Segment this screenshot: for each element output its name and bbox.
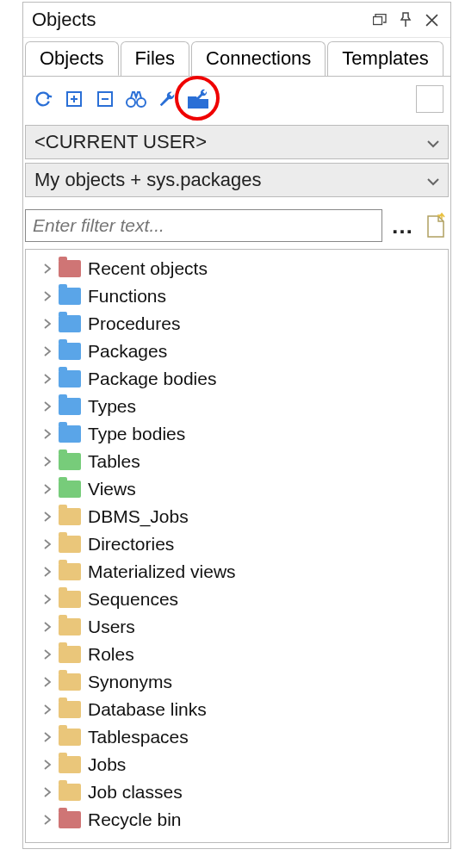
collapse-button[interactable] — [90, 84, 120, 114]
folder-icon — [59, 453, 81, 470]
expand-arrow-icon[interactable] — [41, 373, 53, 385]
tree-node-label: Package bodies — [88, 369, 216, 389]
folder-icon — [59, 370, 81, 388]
tree-node-label: Tables — [88, 451, 140, 472]
tree-node[interactable]: Type bodies — [26, 420, 448, 448]
wrench-folder-button[interactable] — [183, 84, 213, 114]
scope-selector[interactable]: My objects + sys.packages — [25, 163, 449, 197]
toolbar — [23, 76, 450, 121]
tree-node-label: Job classes — [88, 782, 183, 803]
expand-arrow-icon[interactable] — [41, 318, 53, 330]
tree-node[interactable]: Jobs — [26, 751, 448, 778]
tree-node[interactable]: Synonyms — [26, 668, 448, 696]
close-icon[interactable] — [421, 10, 442, 29]
folder-icon — [59, 260, 81, 277]
expand-arrow-icon[interactable] — [41, 456, 53, 468]
folder-icon — [59, 618, 81, 636]
tree-node[interactable]: Sequences — [26, 586, 448, 613]
tab-label: Files — [135, 47, 175, 69]
tree-node[interactable]: Recent objects — [26, 255, 448, 282]
tree-node-label: Sequences — [88, 589, 178, 610]
pin-icon[interactable] — [395, 10, 416, 29]
tree-node[interactable]: Tables — [26, 448, 448, 475]
tree-node[interactable]: Materialized views — [26, 558, 448, 586]
expand-arrow-icon[interactable] — [41, 676, 53, 688]
expand-arrow-icon[interactable] — [41, 593, 53, 605]
expand-arrow-icon[interactable] — [41, 538, 53, 550]
expand-arrow-icon[interactable] — [41, 428, 53, 440]
more-button[interactable]: … — [389, 213, 416, 239]
expand-button[interactable] — [59, 84, 89, 114]
tree-node[interactable]: Roles — [26, 641, 448, 668]
wrench-icon — [158, 90, 177, 108]
panel-titlebar: Objects — [23, 3, 450, 38]
tab-bar: Objects Files Connections Templates — [23, 41, 450, 76]
tree-node[interactable]: Tablespaces — [26, 723, 448, 751]
wrench-button[interactable] — [152, 84, 182, 114]
expand-arrow-icon[interactable] — [41, 566, 53, 578]
tab-objects[interactable]: Objects — [25, 41, 119, 76]
tree-node[interactable]: Views — [26, 475, 448, 503]
tab-files[interactable]: Files — [121, 41, 189, 76]
new-object-button[interactable] — [423, 211, 449, 240]
tree-node-label: Directories — [88, 534, 174, 555]
tree-node-label: Procedures — [88, 313, 180, 334]
wrench-folder-icon — [187, 89, 209, 109]
expand-arrow-icon[interactable] — [41, 263, 53, 275]
tab-connections[interactable]: Connections — [191, 41, 326, 76]
tree-node[interactable]: DBMS_Jobs — [26, 503, 448, 530]
folder-icon — [59, 784, 81, 801]
tree-node[interactable]: Job classes — [26, 778, 448, 806]
tree-node[interactable]: Directories — [26, 530, 448, 558]
expand-arrow-icon[interactable] — [41, 400, 53, 412]
blank-button[interactable] — [416, 85, 443, 113]
tree-node-label: Views — [88, 479, 136, 499]
folder-icon — [59, 756, 81, 773]
folder-icon — [59, 480, 81, 498]
expand-arrow-icon[interactable] — [41, 648, 53, 660]
folder-icon — [59, 673, 81, 691]
folder-icon — [59, 536, 81, 553]
expand-arrow-icon[interactable] — [41, 786, 53, 798]
tree-node-label: Tablespaces — [88, 727, 189, 747]
expand-arrow-icon[interactable] — [41, 621, 53, 633]
expand-arrow-icon[interactable] — [41, 759, 53, 771]
tab-label: Templates — [342, 47, 428, 69]
tree-node[interactable]: Packages — [26, 338, 448, 365]
folder-icon — [59, 398, 81, 415]
find-button[interactable] — [121, 84, 151, 114]
expand-arrow-icon[interactable] — [41, 704, 53, 716]
tree-node-label: Recycle bin — [88, 809, 182, 830]
expand-arrow-icon[interactable] — [41, 345, 53, 357]
tree-node[interactable]: Types — [26, 393, 448, 420]
object-tree: Recent objectsFunctionsProceduresPackage… — [25, 249, 449, 843]
expand-arrow-icon[interactable] — [41, 483, 53, 495]
folder-icon — [59, 728, 81, 746]
expand-arrow-icon[interactable] — [41, 731, 53, 743]
folder-icon — [59, 591, 81, 608]
new-file-icon — [425, 213, 447, 239]
tree-node[interactable]: Database links — [26, 696, 448, 723]
folder-icon — [59, 425, 81, 443]
tree-node[interactable]: Package bodies — [26, 365, 448, 393]
refresh-icon — [34, 90, 53, 108]
tree-node[interactable]: Users — [26, 613, 448, 641]
folder-icon — [59, 288, 81, 305]
expand-arrow-icon[interactable] — [41, 814, 53, 826]
refresh-button[interactable] — [28, 84, 58, 114]
user-selector[interactable]: <CURRENT USER> — [25, 125, 449, 159]
filter-input[interactable] — [25, 209, 382, 242]
tree-node-label: Roles — [88, 644, 134, 665]
expand-arrow-icon[interactable] — [41, 511, 53, 523]
restore-icon[interactable] — [369, 10, 390, 29]
tree-node[interactable]: Functions — [26, 282, 448, 310]
minus-icon — [96, 90, 114, 108]
tree-node-label: Jobs — [88, 754, 126, 775]
panel-title: Objects — [32, 9, 364, 31]
tab-templates[interactable]: Templates — [327, 41, 443, 76]
chevron-down-icon — [427, 169, 439, 191]
folder-icon — [59, 811, 81, 828]
tree-node[interactable]: Procedures — [26, 310, 448, 338]
expand-arrow-icon[interactable] — [41, 290, 53, 302]
tree-node[interactable]: Recycle bin — [26, 806, 448, 834]
